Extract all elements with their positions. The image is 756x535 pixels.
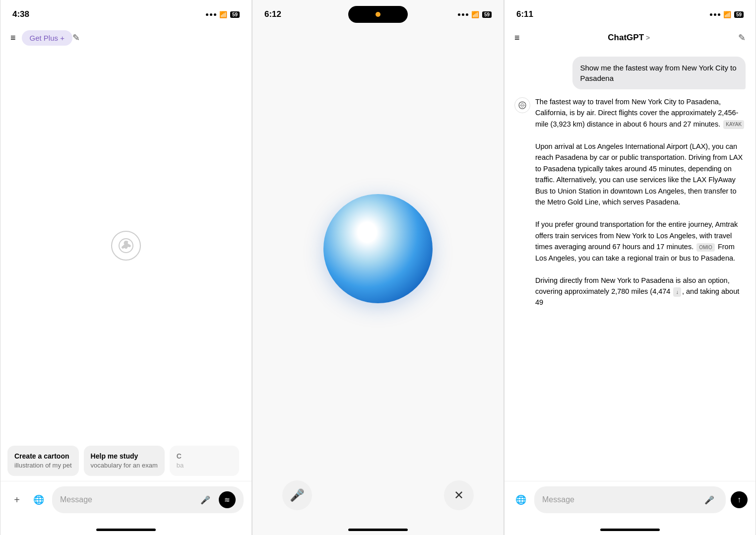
edit-icon-3[interactable]: ✎ (738, 32, 746, 43)
ai-paragraph-4: Driving directly from New York to Pasade… (535, 275, 746, 308)
wave-icon-1: ≋ (224, 496, 230, 504)
citation-badge-2: OMIO (696, 243, 715, 252)
status-bar-3: 6:11 📶 59 (504, 0, 756, 25)
add-button-1[interactable]: + (8, 491, 25, 508)
globe-button-1[interactable]: 🌐 (30, 491, 47, 508)
suggestion-title-3: C (177, 452, 232, 461)
signal-dots-1 (206, 13, 216, 16)
battery-2: 59 (482, 11, 492, 18)
dot5 (462, 13, 464, 16)
home-indicator-3 (504, 520, 756, 535)
ai-avatar (514, 97, 530, 113)
nav-bar-3: ≡ ChatGPT > ✎ (504, 25, 756, 51)
battery-1: 59 (230, 11, 240, 18)
ai-response-block: The fastest way to travel from New York … (514, 96, 746, 308)
chevron-right-icon: > (646, 34, 650, 42)
phone-2: 6:12 📶 59 🎤 ✕ (252, 0, 504, 535)
time-3: 6:11 (516, 9, 533, 19)
openai-logo-svg (117, 237, 135, 255)
phone-3: 6:11 📶 59 ≡ ChatGPT > ✎ Show me the fast… (504, 0, 756, 535)
home-indicator-1 (0, 520, 252, 535)
menu-icon-3[interactable]: ≡ (514, 33, 520, 43)
signal-dots-2 (458, 13, 468, 16)
voice-orb (323, 194, 433, 303)
dot4 (458, 13, 460, 16)
battery-3: 59 (734, 11, 744, 18)
suggestion-sub-1: illustration of my pet (14, 462, 72, 470)
mic-icon-3: 🎤 (704, 495, 714, 505)
wifi-icon-1: 📶 (219, 11, 227, 18)
mic-circle-button[interactable]: 🎤 (282, 480, 312, 510)
chatgpt-logo-1 (111, 231, 141, 261)
phone-1: 4:38 📶 59 ≡ Get Plus + ✎ (0, 0, 252, 535)
signal-dots-3 (710, 13, 720, 16)
citation-badge-1: KAYAK (723, 120, 744, 129)
input-bar-1: + 🌐 Message 🎤 ≋ (0, 481, 252, 520)
home-indicator-2 (252, 520, 504, 535)
suggestion-card-2[interactable]: Help me study vocabulary for an exam (84, 446, 165, 476)
dot3 (214, 13, 216, 16)
wifi-icon-3: 📶 (723, 11, 731, 18)
input-placeholder-3: Message (542, 495, 696, 504)
screen2-bottom: 🎤 ✕ (252, 472, 504, 520)
wave-button-1[interactable]: ≋ (219, 491, 236, 508)
close-circle-button[interactable]: ✕ (444, 480, 474, 510)
send-icon-3: ↑ (737, 495, 741, 504)
dot1 (206, 13, 208, 16)
home-bar-2 (348, 529, 408, 531)
send-button-3[interactable]: ↑ (731, 491, 748, 508)
mic-button-3[interactable]: 🎤 (701, 491, 718, 508)
ai-text-content: The fastest way to travel from New York … (535, 96, 746, 308)
ai-paragraph-3: If you prefer ground transportation for … (535, 219, 746, 264)
mic-icon-1: 🎤 (200, 495, 210, 505)
ai-paragraph-1: The fastest way to travel from New York … (535, 96, 746, 130)
screen1-main (0, 51, 252, 441)
dot8 (714, 13, 716, 16)
input-bar-3: 🌐 Message 🎤 ↑ (504, 481, 756, 520)
nav-bar-1: ≡ Get Plus + ✎ (0, 25, 252, 51)
dot9 (718, 13, 720, 16)
message-input-1[interactable]: Message 🎤 ≋ (52, 486, 244, 513)
mic-button-1[interactable]: 🎤 (197, 491, 214, 508)
home-bar-1 (96, 529, 156, 531)
close-icon-2: ✕ (454, 488, 464, 502)
status-icons-3: 📶 59 (710, 11, 744, 18)
menu-icon-1[interactable]: ≡ (10, 33, 16, 43)
screen2-main (252, 25, 504, 472)
status-icons-1: 📶 59 (206, 11, 240, 18)
openai-logo-svg-small (518, 101, 527, 110)
user-message-bubble: Show me the fastest way from New York Ci… (572, 57, 746, 89)
status-bar-2: 6:12 📶 59 (252, 0, 504, 25)
dot6 (466, 13, 468, 16)
dot7 (710, 13, 712, 16)
suggestion-title-1: Create a cartoon (14, 452, 72, 461)
chat-area: Show me the fastest way from New York Ci… (504, 51, 756, 481)
message-input-3[interactable]: Message 🎤 (534, 486, 726, 513)
mic-icon-2: 🎤 (290, 488, 305, 502)
input-placeholder-1: Message (60, 495, 192, 504)
globe-button-3[interactable]: 🌐 (512, 491, 529, 508)
screen3-title: ChatGPT > (608, 33, 650, 43)
nav-left-1: ≡ Get Plus + (10, 30, 72, 46)
suggestion-sub-3: ba (177, 462, 232, 470)
citation-badge-3: ↓ (673, 287, 681, 297)
suggestions-container: Create a cartoon illustration of my pet … (0, 441, 252, 481)
status-icons-2: 📶 59 (458, 11, 492, 18)
home-bar-3 (600, 529, 660, 531)
suggestion-card-1[interactable]: Create a cartoon illustration of my pet (7, 446, 79, 476)
time-1: 4:38 (12, 9, 29, 19)
get-plus-button[interactable]: Get Plus + (22, 30, 72, 46)
ai-paragraph-2: Upon arrival at Los Angeles Internationa… (535, 141, 746, 208)
time-2: 6:12 (264, 9, 281, 19)
edit-icon-1[interactable]: ✎ (72, 32, 80, 43)
chatgpt-title: ChatGPT (608, 33, 644, 43)
dot2 (210, 13, 212, 16)
status-bar-1: 4:38 📶 59 (0, 0, 252, 25)
suggestion-title-2: Help me study (91, 452, 158, 461)
wifi-icon-2: 📶 (471, 11, 479, 18)
suggestion-card-3[interactable]: C ba (170, 446, 239, 476)
globe-icon-3: 🌐 (515, 494, 526, 505)
suggestion-sub-2: vocabulary for an exam (91, 462, 158, 470)
globe-icon-1: 🌐 (33, 494, 44, 505)
